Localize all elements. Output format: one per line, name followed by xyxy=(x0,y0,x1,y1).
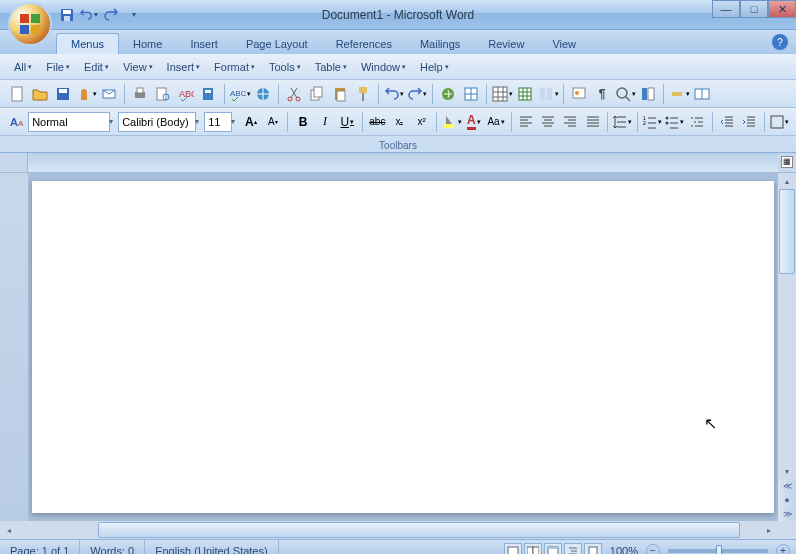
menu-help[interactable]: Help▾ xyxy=(414,58,455,76)
menu-file[interactable]: File▾ xyxy=(40,58,76,76)
align-right-icon[interactable] xyxy=(560,111,581,133)
office-button[interactable] xyxy=(8,2,52,46)
font-size-selector[interactable] xyxy=(204,112,232,132)
scroll-up-icon[interactable]: ▴ xyxy=(778,173,796,189)
zoom-slider-knob[interactable] xyxy=(716,545,722,555)
italic-icon[interactable]: I xyxy=(315,111,336,133)
scroll-thumb-v[interactable] xyxy=(779,189,795,274)
menu-all[interactable]: All▾ xyxy=(8,58,38,76)
scroll-thumb-h[interactable] xyxy=(98,522,740,538)
tab-insert[interactable]: Insert xyxy=(176,34,232,54)
decrease-indent-icon[interactable] xyxy=(717,111,738,133)
align-left-icon[interactable] xyxy=(516,111,537,133)
menu-table[interactable]: Table▾ xyxy=(309,58,353,76)
line-spacing-icon[interactable]: ▾ xyxy=(612,111,633,133)
subscript-icon[interactable]: x₂ xyxy=(389,111,410,133)
copy-icon[interactable] xyxy=(306,83,328,105)
next-page-icon[interactable]: ≫ xyxy=(778,507,796,521)
help-icon[interactable]: ? xyxy=(772,34,788,50)
tab-mailings[interactable]: Mailings xyxy=(406,34,474,54)
increase-indent-icon[interactable] xyxy=(739,111,760,133)
outline-view-icon[interactable] xyxy=(564,543,582,555)
tab-page-layout[interactable]: Page Layout xyxy=(232,34,322,54)
scroll-left-icon[interactable]: ◂ xyxy=(0,521,18,539)
columns-icon[interactable]: ▾ xyxy=(537,83,559,105)
new-icon[interactable] xyxy=(6,83,28,105)
styles-pane-icon[interactable]: AA xyxy=(6,111,27,133)
vertical-scrollbar[interactable]: ▴ ▾ ≪ ● ≫ xyxy=(778,173,796,521)
paste-icon[interactable] xyxy=(329,83,351,105)
web-layout-view-icon[interactable] xyxy=(544,543,562,555)
qat-customize-icon[interactable]: ▾ xyxy=(124,6,142,24)
horizontal-scrollbar[interactable]: ◂ ▸ xyxy=(0,521,796,539)
research-icon[interactable] xyxy=(198,83,220,105)
format-painter-icon[interactable] xyxy=(352,83,374,105)
tab-references[interactable]: References xyxy=(322,34,406,54)
scroll-right-icon[interactable]: ▸ xyxy=(760,521,778,539)
style-selector[interactable] xyxy=(28,112,110,132)
print-preview-icon[interactable] xyxy=(152,83,174,105)
tab-view[interactable]: View xyxy=(538,34,590,54)
spellcheck-icon[interactable]: ABC xyxy=(175,83,197,105)
read-mode-icon[interactable] xyxy=(691,83,713,105)
change-case-icon[interactable]: Aa▾ xyxy=(485,111,506,133)
tab-review[interactable]: Review xyxy=(474,34,538,54)
menu-tools[interactable]: Tools▾ xyxy=(263,58,307,76)
undo-icon[interactable]: ▾ xyxy=(383,83,405,105)
ruler-vertical[interactable] xyxy=(0,173,28,521)
zoom-slider[interactable] xyxy=(668,549,768,553)
undo-icon[interactable]: ▾ xyxy=(80,6,98,24)
strikethrough-icon[interactable]: abc xyxy=(367,111,388,133)
print-layout-view-icon[interactable] xyxy=(504,543,522,555)
draft-view-icon[interactable] xyxy=(584,543,602,555)
status-page[interactable]: Page: 1 of 1 xyxy=(0,540,80,554)
justify-icon[interactable] xyxy=(582,111,603,133)
bold-icon[interactable]: B xyxy=(292,111,313,133)
font-selector[interactable] xyxy=(118,112,196,132)
show-formatting-icon[interactable]: ¶ xyxy=(591,83,613,105)
grow-font-icon[interactable]: A▴ xyxy=(240,111,261,133)
set-language-icon[interactable] xyxy=(252,83,274,105)
status-language[interactable]: English (United States) xyxy=(145,540,279,554)
browse-object-icon[interactable]: ● xyxy=(778,493,796,507)
menu-insert[interactable]: Insert▾ xyxy=(161,58,207,76)
permission-icon[interactable]: ▾ xyxy=(75,83,97,105)
insert-excel-icon[interactable] xyxy=(514,83,536,105)
menu-format[interactable]: Format▾ xyxy=(208,58,261,76)
open-icon[interactable] xyxy=(29,83,51,105)
save-icon[interactable] xyxy=(52,83,74,105)
spelling-icon[interactable]: ABC▾ xyxy=(229,83,251,105)
status-words[interactable]: Words: 0 xyxy=(80,540,145,554)
close-button[interactable]: ✕ xyxy=(768,0,796,18)
menu-view[interactable]: View▾ xyxy=(117,58,159,76)
underline-icon[interactable]: U▾ xyxy=(337,111,358,133)
maximize-button[interactable]: □ xyxy=(740,0,768,18)
tables-borders-icon[interactable] xyxy=(460,83,482,105)
menu-window[interactable]: Window▾ xyxy=(355,58,412,76)
bullet-list-icon[interactable]: ▾ xyxy=(664,111,685,133)
shrink-font-icon[interactable]: A▾ xyxy=(262,111,283,133)
zoom-level[interactable]: 100% xyxy=(610,545,638,555)
tab-menus[interactable]: Menus xyxy=(56,33,119,54)
email-icon[interactable] xyxy=(98,83,120,105)
menu-edit[interactable]: Edit▾ xyxy=(78,58,115,76)
align-center-icon[interactable] xyxy=(538,111,559,133)
redo-icon[interactable]: ▾ xyxy=(406,83,428,105)
superscript-icon[interactable]: x² xyxy=(411,111,432,133)
highlight-icon[interactable]: ▾ xyxy=(441,111,462,133)
hyperlink-icon[interactable] xyxy=(437,83,459,105)
ruler-horizontal[interactable] xyxy=(28,153,778,172)
print-icon[interactable] xyxy=(129,83,151,105)
zoom-out-icon[interactable]: − xyxy=(646,544,660,555)
save-icon[interactable] xyxy=(58,6,76,24)
document-map-icon[interactable] xyxy=(637,83,659,105)
borders-icon[interactable]: ▾ xyxy=(769,111,790,133)
document-page[interactable] xyxy=(32,181,774,513)
scroll-down-icon[interactable]: ▾ xyxy=(778,463,796,479)
numbered-list-icon[interactable]: 12▾ xyxy=(642,111,663,133)
toolbar-options-icon[interactable]: ▾ xyxy=(668,83,690,105)
insert-table-icon[interactable]: ▾ xyxy=(491,83,513,105)
zoom-icon[interactable]: ▾ xyxy=(614,83,636,105)
tab-home[interactable]: Home xyxy=(119,34,176,54)
minimize-button[interactable]: — xyxy=(712,0,740,18)
